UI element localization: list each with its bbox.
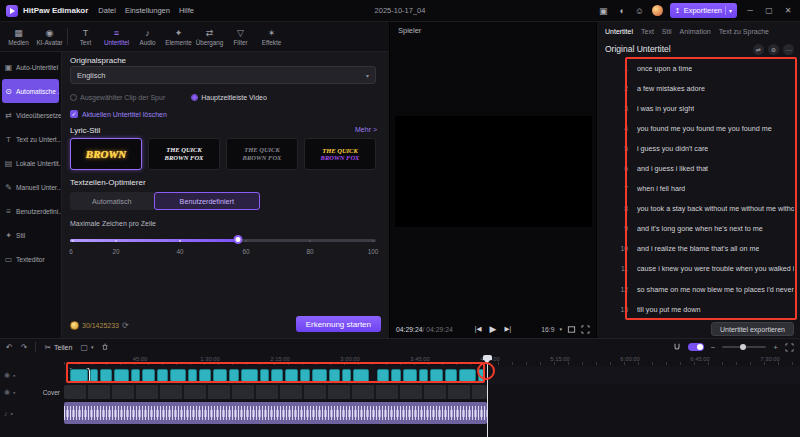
tab-audio[interactable]: ♪ Audio (132, 28, 163, 46)
subtitle-clip[interactable] (271, 369, 283, 382)
export-button[interactable]: ↥ Exportieren ▾ (670, 3, 737, 18)
track-visibility-icon[interactable]: ◉ (4, 388, 10, 396)
play-button[interactable]: ▶ (490, 324, 497, 334)
zoom-slider[interactable] (722, 346, 766, 348)
sidebar-item-automatische[interactable]: ⊙ Automatische ... (2, 79, 59, 103)
track-lock-icon[interactable]: ▪ (13, 372, 15, 379)
track-mute-icon[interactable]: ♪ (4, 410, 8, 417)
subtitle-row[interactable]: 10and i realize the blame that's all on … (605, 239, 794, 259)
sidebar-item-auto-untertitel[interactable]: ▣ Auto-Untertitel (0, 55, 61, 79)
subtitle-clip[interactable] (329, 369, 340, 382)
max-chars-slider[interactable] (70, 236, 376, 245)
tab-text-edit[interactable]: Text (641, 28, 654, 35)
translate-icon[interactable]: ⇄ (753, 44, 764, 55)
subtitle-text[interactable]: cause i knew you were trouble when you w… (637, 264, 794, 273)
fullscreen-icon[interactable] (581, 325, 590, 334)
subtitle-text[interactable]: and i guess i liked that (637, 164, 708, 173)
user-avatar[interactable] (652, 5, 663, 16)
sidebar-item-lokale-untertitel[interactable]: ▤ Lokale Untertit... (0, 151, 61, 175)
tab-text-zu-sprache[interactable]: Text zu Sprache (719, 28, 769, 35)
subtitle-clip[interactable] (285, 369, 298, 382)
gift-icon[interactable]: ▣ (598, 5, 609, 16)
more-link[interactable]: Mehr > (355, 126, 377, 133)
subtitle-text[interactable]: i guess you didn't care (637, 144, 708, 153)
style-card-yellow-purple[interactable]: THE QUICK BROWN FOX (304, 138, 376, 170)
magnet-icon[interactable] (673, 343, 681, 351)
tab-medien[interactable]: ▦ Medien (3, 28, 34, 46)
subtitle-text[interactable]: till you put me down (637, 305, 701, 314)
sidebar-item-texteditor[interactable]: ▭ Texteditor (0, 247, 61, 271)
subtitle-clip[interactable] (131, 369, 140, 382)
video-canvas[interactable] (395, 116, 592, 227)
chevron-down-icon[interactable]: ▾ (729, 7, 732, 14)
subtitle-clip[interactable] (70, 369, 88, 382)
tab-effekte[interactable]: ✶ Effekte (256, 28, 287, 46)
menu-item-datei[interactable]: Datei (98, 6, 116, 15)
subtitle-clip[interactable] (199, 369, 211, 382)
autoscroll-toggle[interactable] (688, 343, 704, 351)
track-lock-icon[interactable]: ▪ (13, 389, 15, 396)
settings-icon[interactable]: ⚙ (768, 44, 779, 55)
tab-custom[interactable]: Benutzerdefiniert (154, 192, 260, 210)
fit-screen-icon[interactable] (567, 325, 576, 334)
subtitle-text[interactable]: so shame on me now blew me to places i'd… (637, 285, 794, 294)
tab-text[interactable]: T Text (70, 28, 101, 46)
subtitle-clip[interactable] (229, 369, 239, 382)
subtitle-clip[interactable] (142, 369, 155, 382)
subtitle-row[interactable]: 13till you put me down (605, 299, 794, 319)
undo-button[interactable]: ↶ (6, 343, 13, 352)
subtitle-text[interactable]: and i realize the blame that's all on me (637, 244, 759, 253)
subtitle-clip[interactable] (430, 369, 443, 382)
subtitle-clip[interactable] (157, 369, 168, 382)
subtitle-row[interactable]: 5i guess you didn't care (605, 138, 794, 158)
subtitle-clip[interactable] (403, 369, 417, 382)
subtitle-clip[interactable] (342, 369, 351, 382)
subtitle-track[interactable] (64, 366, 800, 384)
tab-uebergang[interactable]: ⇄ Übergang (194, 28, 225, 46)
style-card-gray[interactable]: THE QUICK BROWN FOX (226, 138, 298, 170)
playhead[interactable] (487, 355, 488, 437)
radio-selected-clip[interactable]: Ausgewählter Clip der Spur (70, 94, 165, 101)
subtitle-row[interactable]: 12so shame on me now blew me to places i… (605, 279, 794, 299)
radio-main-timeline[interactable]: Hauptzeitleiste Video (191, 94, 267, 101)
subtitle-clip[interactable] (90, 369, 98, 382)
minimize-button[interactable]: ─ (744, 6, 756, 15)
subtitle-row[interactable]: 7when i fell hard (605, 179, 794, 199)
tab-elemente[interactable]: ✦ Elemente (163, 28, 194, 46)
menu-item-einstellungen[interactable]: Einstellungen (125, 6, 170, 15)
subtitle-text[interactable]: and it's long gone when he's next to me (637, 224, 763, 233)
subtitle-text[interactable]: you found me you found me you found me (637, 124, 772, 133)
subtitle-row[interactable]: 3i was in your sight (605, 98, 794, 118)
tab-untertitel[interactable]: ≡ Untertitel (101, 28, 132, 46)
prev-frame-button[interactable]: |◀ (475, 325, 482, 333)
tab-untertitel-list[interactable]: Untertitel (605, 28, 633, 35)
subtitle-clip[interactable] (445, 369, 457, 382)
subtitle-row[interactable]: 6and i guess i liked that (605, 158, 794, 178)
subtitle-text[interactable]: you took a stay back without me without … (637, 204, 794, 213)
tab-automatic[interactable]: Automatisch (70, 192, 154, 210)
language-select[interactable]: Englisch ▾ (70, 66, 376, 84)
track-lock-icon[interactable]: ▪ (11, 410, 13, 417)
menu-item-hilfe[interactable]: Hilfe (179, 6, 194, 15)
maximize-button[interactable]: ▢ (763, 6, 775, 15)
subtitle-clip[interactable] (419, 369, 428, 382)
sidebar-item-manuell-untertitel[interactable]: ✎ Manuell Unter... (0, 175, 61, 199)
tab-stil[interactable]: Stil (662, 28, 672, 35)
sidebar-item-stil[interactable]: ✦ Stil (0, 223, 61, 247)
redo-button[interactable]: ↷ (21, 343, 28, 352)
aspect-ratio-select[interactable]: 16:9 (541, 326, 554, 333)
split-button[interactable]: ✂ Teilen (44, 343, 72, 352)
start-detection-button[interactable]: Erkennung starten (296, 316, 381, 332)
subtitle-clip[interactable] (353, 369, 369, 382)
checkbox-delete-subtitles[interactable]: ✓ Aktuellen Untertitel löschen (70, 110, 167, 118)
more-icon[interactable]: ⋯ (783, 44, 794, 55)
crop-button[interactable]: ▢ ▾ (80, 343, 93, 352)
subtitle-text[interactable]: once upon a time (637, 64, 692, 73)
zoom-out-button[interactable]: − (711, 343, 716, 352)
style-card-white-italic[interactable]: THE QUICK BROWN FOX (148, 138, 220, 170)
video-track-clip[interactable] (64, 385, 487, 399)
subtitle-clip[interactable] (312, 369, 327, 382)
subtitle-clip[interactable] (114, 369, 129, 382)
subtitle-row[interactable]: 9and it's long gone when he's next to me (605, 219, 794, 239)
export-subtitles-button[interactable]: Untertitel exportieren (711, 322, 794, 336)
